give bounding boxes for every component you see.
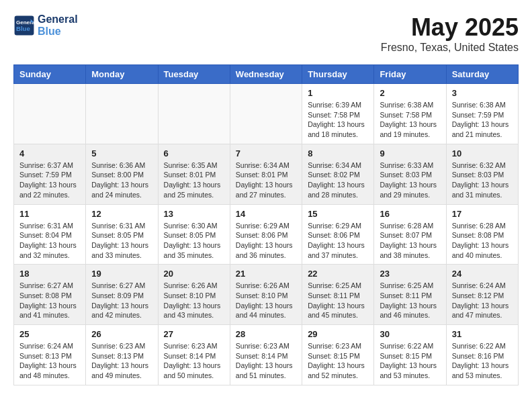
day-info: Sunrise: 6:25 AMSunset: 8:11 PMDaylight:… [308, 281, 368, 320]
day-number: 10 [452, 148, 513, 158]
day-info: Sunrise: 6:23 AMSunset: 8:14 PMDaylight:… [236, 341, 296, 381]
calendar-cell: 13Sunrise: 6:30 AMSunset: 8:05 PMDayligh… [158, 204, 230, 265]
day-number: 17 [452, 209, 513, 219]
day-info: Sunrise: 6:23 AMSunset: 8:14 PMDaylight:… [164, 341, 224, 381]
title-block: May 2025 Fresno, Texas, United States [381, 13, 519, 54]
calendar-cell: 28Sunrise: 6:23 AMSunset: 8:14 PMDayligh… [230, 325, 302, 385]
calendar-cell: 31Sunrise: 6:22 AMSunset: 8:16 PMDayligh… [446, 325, 518, 385]
day-number: 27 [164, 329, 224, 339]
calendar-cell: 26Sunrise: 6:23 AMSunset: 8:13 PMDayligh… [86, 325, 158, 385]
weekday-header-saturday: Saturday [446, 65, 518, 84]
day-info: Sunrise: 6:24 AMSunset: 8:12 PMDaylight:… [452, 281, 513, 320]
calendar-cell: 30Sunrise: 6:22 AMSunset: 8:15 PMDayligh… [374, 325, 446, 385]
day-info: Sunrise: 6:22 AMSunset: 8:16 PMDaylight:… [452, 341, 513, 381]
calendar-cell: 16Sunrise: 6:28 AMSunset: 8:07 PMDayligh… [374, 204, 446, 265]
day-number: 24 [452, 269, 513, 279]
day-number: 28 [236, 329, 296, 339]
day-number: 22 [308, 269, 368, 279]
calendar-cell: 11Sunrise: 6:31 AMSunset: 8:04 PMDayligh… [14, 204, 86, 265]
day-info: Sunrise: 6:27 AMSunset: 8:08 PMDaylight:… [19, 281, 80, 320]
day-number: 31 [452, 329, 513, 339]
page-title: May 2025 [381, 13, 519, 42]
calendar-cell [158, 84, 230, 144]
day-number: 11 [19, 209, 80, 219]
day-number: 20 [164, 269, 224, 279]
calendar-cell: 9Sunrise: 6:33 AMSunset: 8:03 PMDaylight… [374, 144, 446, 204]
calendar-week-row: 11Sunrise: 6:31 AMSunset: 8:04 PMDayligh… [14, 204, 519, 265]
day-info: Sunrise: 6:26 AMSunset: 8:10 PMDaylight:… [164, 281, 224, 320]
calendar-cell: 6Sunrise: 6:35 AMSunset: 8:01 PMDaylight… [158, 144, 230, 204]
calendar-cell: 21Sunrise: 6:26 AMSunset: 8:10 PMDayligh… [230, 265, 302, 325]
day-number: 29 [308, 329, 368, 339]
day-number: 13 [164, 209, 224, 219]
calendar-week-row: 25Sunrise: 6:24 AMSunset: 8:13 PMDayligh… [14, 325, 519, 385]
day-info: Sunrise: 6:38 AMSunset: 7:59 PMDaylight:… [452, 100, 513, 140]
day-info: Sunrise: 6:32 AMSunset: 8:03 PMDaylight:… [452, 161, 513, 200]
day-info: Sunrise: 6:27 AMSunset: 8:09 PMDaylight:… [91, 281, 152, 320]
day-number: 5 [91, 148, 152, 158]
day-number: 14 [236, 209, 296, 219]
day-info: Sunrise: 6:35 AMSunset: 8:01 PMDaylight:… [164, 161, 224, 200]
calendar-cell: 2Sunrise: 6:38 AMSunset: 7:58 PMDaylight… [374, 84, 446, 144]
day-info: Sunrise: 6:38 AMSunset: 7:58 PMDaylight:… [380, 100, 440, 140]
calendar-header-row: SundayMondayTuesdayWednesdayThursdayFrid… [14, 65, 519, 84]
calendar-cell: 17Sunrise: 6:28 AMSunset: 8:08 PMDayligh… [446, 204, 518, 265]
calendar-cell: 19Sunrise: 6:27 AMSunset: 8:09 PMDayligh… [86, 265, 158, 325]
weekday-header-monday: Monday [86, 65, 158, 84]
day-number: 3 [452, 88, 513, 98]
calendar-cell [14, 84, 86, 144]
logo-text-general: General [38, 13, 78, 26]
day-info: Sunrise: 6:24 AMSunset: 8:13 PMDaylight:… [19, 341, 80, 381]
calendar-cell: 8Sunrise: 6:34 AMSunset: 8:02 PMDaylight… [302, 144, 374, 204]
day-number: 23 [380, 269, 440, 279]
calendar-cell: 5Sunrise: 6:36 AMSunset: 8:00 PMDaylight… [86, 144, 158, 204]
day-info: Sunrise: 6:28 AMSunset: 8:07 PMDaylight:… [380, 221, 440, 261]
calendar-cell: 1Sunrise: 6:39 AMSunset: 7:58 PMDaylight… [302, 84, 374, 144]
logo-text-blue: Blue [38, 26, 78, 38]
day-number: 2 [380, 88, 440, 98]
day-number: 19 [91, 269, 152, 279]
day-number: 18 [19, 269, 80, 279]
calendar-cell: 4Sunrise: 6:37 AMSunset: 7:59 PMDaylight… [14, 144, 86, 204]
logo: General Blue General Blue [13, 13, 78, 37]
day-info: Sunrise: 6:36 AMSunset: 8:00 PMDaylight:… [91, 161, 152, 200]
day-info: Sunrise: 6:28 AMSunset: 8:08 PMDaylight:… [452, 221, 513, 261]
calendar-week-row: 18Sunrise: 6:27 AMSunset: 8:08 PMDayligh… [14, 265, 519, 325]
day-number: 12 [91, 209, 152, 219]
day-number: 8 [308, 148, 368, 158]
calendar-cell [230, 84, 302, 144]
day-number: 26 [91, 329, 152, 339]
calendar-cell: 20Sunrise: 6:26 AMSunset: 8:10 PMDayligh… [158, 265, 230, 325]
weekday-header-wednesday: Wednesday [230, 65, 302, 84]
day-info: Sunrise: 6:29 AMSunset: 8:06 PMDaylight:… [236, 221, 296, 261]
day-number: 25 [19, 329, 80, 339]
logo-icon: General Blue [13, 15, 35, 36]
calendar-week-row: 4Sunrise: 6:37 AMSunset: 7:59 PMDaylight… [14, 144, 519, 204]
calendar-cell: 14Sunrise: 6:29 AMSunset: 8:06 PMDayligh… [230, 204, 302, 265]
day-info: Sunrise: 6:26 AMSunset: 8:10 PMDaylight:… [236, 281, 296, 320]
day-info: Sunrise: 6:31 AMSunset: 8:05 PMDaylight:… [91, 221, 152, 261]
day-number: 4 [19, 148, 80, 158]
svg-text:Blue: Blue [16, 25, 30, 32]
day-info: Sunrise: 6:34 AMSunset: 8:02 PMDaylight:… [308, 161, 368, 200]
calendar-cell: 25Sunrise: 6:24 AMSunset: 8:13 PMDayligh… [14, 325, 86, 385]
calendar-table: SundayMondayTuesdayWednesdayThursdayFrid… [13, 64, 519, 385]
day-info: Sunrise: 6:23 AMSunset: 8:15 PMDaylight:… [308, 341, 368, 381]
day-number: 9 [380, 148, 440, 158]
day-info: Sunrise: 6:29 AMSunset: 8:06 PMDaylight:… [308, 221, 368, 261]
calendar-cell: 27Sunrise: 6:23 AMSunset: 8:14 PMDayligh… [158, 325, 230, 385]
day-info: Sunrise: 6:30 AMSunset: 8:05 PMDaylight:… [164, 221, 224, 261]
day-number: 15 [308, 209, 368, 219]
calendar-cell: 24Sunrise: 6:24 AMSunset: 8:12 PMDayligh… [446, 265, 518, 325]
weekday-header-tuesday: Tuesday [158, 65, 230, 84]
calendar-cell [86, 84, 158, 144]
day-info: Sunrise: 6:31 AMSunset: 8:04 PMDaylight:… [19, 221, 80, 261]
weekday-header-sunday: Sunday [14, 65, 86, 84]
day-number: 30 [380, 329, 440, 339]
weekday-header-friday: Friday [374, 65, 446, 84]
calendar-cell: 12Sunrise: 6:31 AMSunset: 8:05 PMDayligh… [86, 204, 158, 265]
weekday-header-thursday: Thursday [302, 65, 374, 84]
day-number: 16 [380, 209, 440, 219]
day-info: Sunrise: 6:33 AMSunset: 8:03 PMDaylight:… [380, 161, 440, 200]
day-info: Sunrise: 6:34 AMSunset: 8:01 PMDaylight:… [236, 161, 296, 200]
